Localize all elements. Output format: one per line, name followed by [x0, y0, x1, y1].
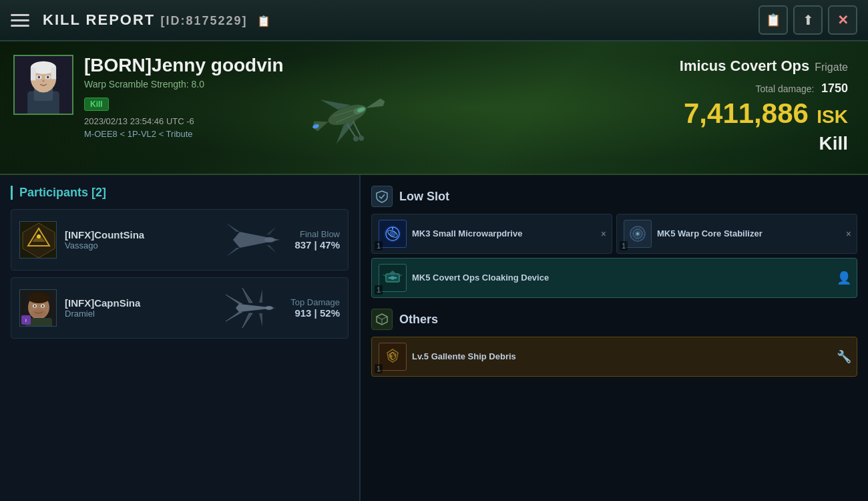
item-qty-1: 1: [375, 241, 383, 251]
svg-marker-55: [259, 313, 262, 327]
p1-percent: 47%: [320, 239, 340, 251]
ship-image: [254, 48, 441, 175]
p1-avatar-svg: [20, 222, 57, 259]
svg-marker-15: [311, 117, 331, 133]
svg-marker-35: [226, 223, 240, 232]
menu-icon[interactable]: [11, 8, 35, 32]
item-qty-2: 1: [620, 241, 628, 251]
item-icon-debris: [379, 343, 407, 371]
hero-section: [BORN]Jenny goodvin Warp Scramble Streng…: [0, 41, 868, 175]
low-slot-items: 1 MK3 Small Microwarpdrive ×: [371, 214, 857, 298]
p2-stat-values: 913 | 52%: [290, 307, 340, 319]
p1-name: [INFX]CountSina: [65, 229, 212, 240]
isk-value: 7,411,886: [684, 98, 809, 129]
item-mk3-mwd[interactable]: 1 MK3 Small Microwarpdrive ×: [371, 214, 612, 254]
svg-point-66: [636, 232, 639, 235]
svg-point-10: [37, 76, 40, 79]
item-qty-3: 1: [375, 285, 383, 295]
svg-marker-53: [259, 289, 262, 303]
svg-point-42: [28, 293, 49, 303]
p1-ship: [220, 216, 286, 263]
pilot-avatar: [13, 55, 73, 115]
svg-point-45: [34, 305, 36, 307]
p1-stats: Final Blow 837 | 47%: [294, 229, 340, 251]
low-slot-title: Low Slot: [399, 190, 449, 204]
low-slot-section: Low Slot 1: [371, 186, 857, 298]
ship-svg: [267, 51, 427, 175]
close-button[interactable]: ✕: [828, 5, 857, 35]
participant-1-info: [INFX]CountSina Vassago: [65, 229, 212, 251]
report-id: [ID:8175229]: [160, 14, 247, 27]
svg-rect-6: [31, 67, 36, 80]
participant-2: i [INFX]CapnSina Dramiel: [11, 277, 349, 339]
p2-ship-svg: [216, 285, 282, 331]
total-damage-label: Total damage:: [756, 84, 815, 94]
participant-2-avatar: i: [19, 289, 57, 327]
item-icon-1: [379, 220, 407, 248]
p1-damage: 837: [294, 239, 311, 251]
avatar-svg: [15, 55, 72, 115]
svg-point-46: [42, 305, 44, 307]
item-action-3[interactable]: 👤: [837, 271, 851, 285]
copy-button[interactable]: 📋: [758, 5, 788, 35]
item-action-2[interactable]: ×: [846, 228, 851, 239]
svg-point-56: [265, 306, 273, 310]
p2-name: [INFX]CapnSina: [65, 297, 208, 309]
low-slot-icon: [371, 186, 393, 207]
p2-ship: [216, 285, 282, 331]
box-icon: [375, 313, 389, 326]
p1-stat-values: 837 | 47%: [294, 239, 340, 251]
svg-marker-14: [365, 98, 386, 112]
wcs-icon: [628, 224, 647, 243]
header-title: KILL REPORT [ID:8175229] 📋: [43, 11, 758, 29]
p2-corp: Dramiel: [65, 309, 208, 319]
shield-icon: [375, 190, 389, 203]
item-action-debris[interactable]: 🔧: [837, 349, 851, 364]
close-icon: ✕: [837, 12, 849, 28]
participants-title: Participants [2]: [11, 186, 349, 200]
clipboard-icon: 📋: [766, 13, 781, 27]
others-header: Others: [371, 309, 857, 330]
svg-rect-7: [51, 67, 56, 79]
item-debris[interactable]: 1 Lv.5 Gallente Ship D: [371, 337, 857, 377]
p1-ship-svg: [220, 216, 286, 263]
item-action-1[interactable]: ×: [601, 228, 606, 239]
title-text: KILL REPORT: [43, 11, 155, 28]
copy-icon-small: 📋: [257, 15, 272, 27]
main-content: Participants [2] [INFX]CountSina Vassago: [0, 175, 868, 501]
share-button[interactable]: ⬆: [793, 5, 823, 35]
item-mk5-cloak[interactable]: 1 MK5 Covert Ops Cloak: [371, 258, 857, 298]
participant-1: [INFX]CountSina Vassago: [11, 209, 349, 271]
others-icon: [371, 309, 393, 330]
equipment-panel: Low Slot 1: [361, 175, 868, 501]
svg-line-75: [382, 317, 387, 319]
item-icon-3: [379, 264, 407, 292]
header: KILL REPORT [ID:8175229] 📋 📋 ⬆ ✕: [0, 0, 868, 41]
low-slot-header: Low Slot: [371, 186, 857, 207]
ship-type-name: Imicus Covert Ops: [680, 57, 809, 75]
mwd-icon: [383, 224, 402, 243]
hero-right: Imicus Covert Ops Frigate Total damage: …: [680, 57, 848, 154]
item-mk5-wcs[interactable]: 1 MK5 Warp Core Stabilizer ×: [616, 214, 857, 254]
svg-marker-68: [389, 271, 397, 274]
svg-point-11: [47, 76, 49, 79]
debris-icon: [383, 347, 402, 366]
others-section: Others 1: [371, 309, 857, 377]
p1-corp: Vassago: [65, 240, 212, 251]
svg-point-25: [353, 136, 359, 142]
participant-2-info: [INFX]CapnSina Dramiel: [65, 297, 208, 319]
isk-label: ISK: [817, 106, 848, 127]
rank-badge-p2: i: [21, 315, 31, 325]
svg-marker-37: [266, 226, 276, 234]
svg-point-33: [37, 234, 41, 238]
svg-marker-54: [242, 313, 252, 328]
svg-marker-50: [226, 295, 242, 304]
item-qty-debris: 1: [375, 364, 383, 373]
svg-point-39: [264, 237, 275, 242]
svg-point-26: [358, 135, 365, 142]
ship-class: Frigate: [815, 61, 848, 73]
item-name-3: MK5 Covert Ops Cloaking Device: [412, 273, 549, 284]
svg-point-70: [391, 276, 395, 280]
p2-percent: 52%: [320, 307, 340, 319]
total-damage-value: 1750: [821, 81, 848, 95]
